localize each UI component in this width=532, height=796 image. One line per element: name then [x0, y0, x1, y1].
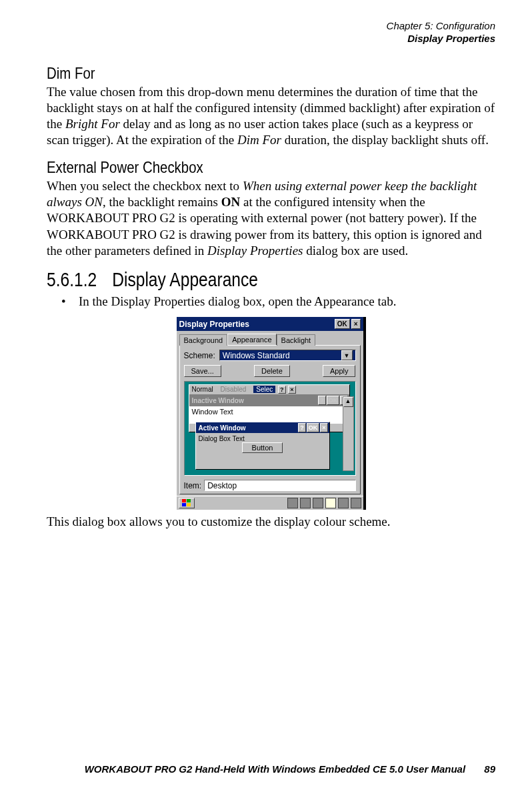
dialog-ok-button[interactable]: OK	[335, 319, 350, 329]
para-dim-for: The value chosen from this drop-down men…	[47, 84, 495, 149]
tray-icon[interactable]	[287, 498, 298, 508]
item-label: Item:	[184, 481, 202, 490]
tab-background[interactable]: Background	[179, 334, 228, 346]
dialog-titlebar[interactable]: Display Properties OK ×	[177, 317, 363, 331]
windows-logo-icon	[182, 499, 191, 507]
delete-button[interactable]: Delete	[254, 365, 290, 377]
save-button[interactable]: Save...	[184, 365, 221, 377]
heading-external-power: External Power Checkbox	[47, 158, 428, 177]
tab-appearance[interactable]: Appearance	[227, 334, 276, 345]
active-window-title: Active Window	[197, 424, 298, 432]
dialog-title: Display Properties	[179, 320, 333, 329]
preview-area: Normal Disabled Selec ? × Inactive Windo…	[184, 381, 356, 476]
preview-active-window: Active Window ? OK × Dialog Box Text But…	[195, 422, 330, 470]
ok-icon: OK	[307, 423, 320, 432]
tab-pane-appearance: Scheme: Windows Standard ▼ Save... Delet…	[179, 345, 361, 494]
scheme-label: Scheme:	[184, 351, 215, 360]
ok-icon: OK	[327, 396, 340, 405]
tab-backlight[interactable]: Backlight	[277, 334, 316, 346]
instruction-list: In the Display Properties dialog box, op…	[47, 294, 495, 310]
running-header: Chapter 5: Configuration Display Propert…	[47, 20, 495, 45]
help-icon: ?	[318, 396, 326, 405]
page-footer: WORKABOUT PRO G2 Hand-Held With Windows …	[85, 763, 495, 775]
para-after-figure: This dialog box allows you to customize …	[47, 514, 495, 530]
item-combo[interactable]: Desktop	[204, 480, 355, 491]
apply-button[interactable]: Apply	[323, 365, 356, 377]
display-properties-dialog: Display Properties OK × Background Appea…	[177, 317, 366, 510]
dialog-close-button[interactable]: ×	[351, 319, 361, 329]
scheme-combo[interactable]: Windows Standard ▼	[219, 350, 356, 361]
preview-button: Button	[242, 442, 283, 453]
help-icon: ?	[298, 423, 306, 432]
preview-scrollbar: ▲	[343, 396, 354, 471]
page-number: 89	[484, 763, 495, 775]
preview-menu: Normal Disabled Selec ? ×	[189, 385, 349, 395]
close-icon: ×	[320, 423, 327, 432]
taskbar	[177, 496, 363, 510]
heading-dim-for: Dim For	[47, 64, 428, 83]
window-text-area: Window Text	[189, 406, 349, 424]
tray-icon[interactable]	[338, 498, 349, 508]
tray-icon[interactable]	[300, 498, 311, 508]
system-tray	[287, 498, 361, 508]
close-icon: ×	[288, 386, 295, 394]
inactive-window-title: Inactive Window	[191, 397, 318, 404]
scheme-value: Windows Standard	[223, 351, 290, 360]
start-button[interactable]	[179, 498, 195, 508]
header-section: Display Properties	[47, 33, 495, 45]
tray-note-icon[interactable]	[325, 498, 336, 508]
dialog-box-text: Dialog Box Text	[196, 433, 329, 443]
scroll-up-icon: ▲	[343, 397, 353, 407]
para-external-power: When you select the checkbox next to Whe…	[47, 178, 495, 260]
dropdown-arrow-icon[interactable]: ▼	[341, 350, 353, 360]
heading-display-appearance: 5.6.1.2Display Appearance	[47, 268, 415, 291]
tray-pen-icon[interactable]	[351, 498, 361, 508]
tray-icon[interactable]	[313, 498, 323, 508]
header-chapter: Chapter 5: Configuration	[47, 20, 495, 33]
item-value: Desktop	[207, 481, 237, 490]
instruction-item: In the Display Properties dialog box, op…	[47, 294, 495, 310]
help-icon: ?	[278, 386, 286, 394]
footer-text: WORKABOUT PRO G2 Hand-Held With Windows …	[85, 763, 465, 775]
tab-strip: Background Appearance Backlight	[179, 334, 361, 345]
